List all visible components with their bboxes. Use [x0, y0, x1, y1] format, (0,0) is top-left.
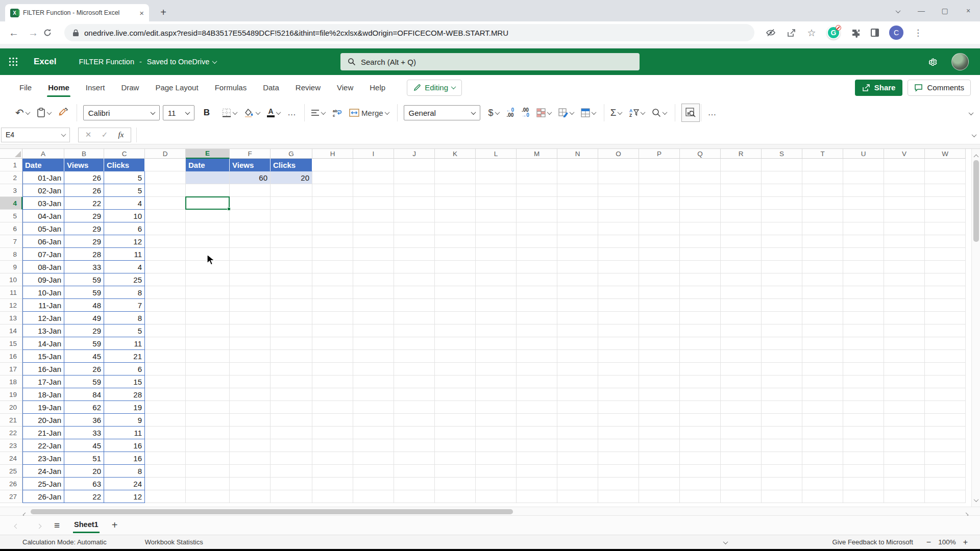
cell-W24[interactable] [925, 452, 966, 465]
column-header-E[interactable]: E [186, 149, 230, 159]
paste-button[interactable] [37, 108, 51, 118]
cell-V16[interactable] [884, 350, 925, 363]
cell-H26[interactable] [312, 478, 353, 490]
cell-B19[interactable]: 84 [64, 388, 104, 401]
cell-J20[interactable] [394, 401, 435, 414]
add-sheet-button[interactable]: + [112, 519, 118, 531]
cell-K22[interactable] [435, 427, 476, 439]
cell-L8[interactable] [476, 248, 517, 261]
cell-Q10[interactable] [680, 273, 721, 286]
row-header-22[interactable]: 22 [0, 427, 22, 439]
insert-function-icon[interactable]: fx [113, 131, 129, 139]
cell-B17[interactable]: 26 [64, 363, 104, 375]
cell-M21[interactable] [517, 414, 557, 427]
cell-U13[interactable] [843, 312, 884, 324]
cell-F9[interactable] [230, 261, 271, 273]
cell-R18[interactable] [721, 375, 762, 388]
cell-K11[interactable] [435, 286, 476, 299]
zoom-level[interactable]: 100% [938, 538, 956, 546]
select-all-corner[interactable] [0, 149, 22, 159]
cell-S21[interactable] [762, 414, 802, 427]
cell-T25[interactable] [802, 465, 843, 478]
cell-K10[interactable] [435, 273, 476, 286]
cell-A15[interactable]: 14-Jan [22, 337, 64, 350]
cell-O11[interactable] [598, 286, 639, 299]
cell-Q13[interactable] [680, 312, 721, 324]
cell-E23[interactable] [186, 439, 230, 452]
cell-G13[interactable] [271, 312, 312, 324]
cell-K5[interactable] [435, 210, 476, 222]
cell-T13[interactable] [802, 312, 843, 324]
all-sheets-hamburger-icon[interactable]: ≡ [54, 520, 60, 531]
cell-G26[interactable] [271, 478, 312, 490]
cell-C8[interactable]: 11 [104, 248, 145, 261]
insert-table-button[interactable] [581, 108, 596, 117]
cell-I2[interactable] [353, 171, 394, 184]
column-header-K[interactable]: K [435, 149, 476, 159]
cell-T11[interactable] [802, 286, 843, 299]
merge-button[interactable]: Merge [349, 109, 389, 117]
cell-C1[interactable]: Clicks [104, 159, 145, 171]
column-header-F[interactable]: F [230, 149, 271, 159]
cell-D5[interactable] [145, 210, 186, 222]
cell-N9[interactable] [557, 261, 598, 273]
cell-O19[interactable] [598, 388, 639, 401]
cell-N5[interactable] [557, 210, 598, 222]
cell-L3[interactable] [476, 184, 517, 197]
cell-N21[interactable] [557, 414, 598, 427]
cell-D7[interactable] [145, 235, 186, 248]
cell-D24[interactable] [145, 452, 186, 465]
column-header-H[interactable]: H [312, 149, 353, 159]
cell-G3[interactable] [271, 184, 312, 197]
cell-G5[interactable] [271, 210, 312, 222]
search-box[interactable]: Search (Alt + Q) [340, 53, 640, 70]
cell-K1[interactable] [435, 159, 476, 171]
cell-V26[interactable] [884, 478, 925, 490]
cell-J23[interactable] [394, 439, 435, 452]
cell-L6[interactable] [476, 222, 517, 235]
cell-A25[interactable]: 24-Jan [22, 465, 64, 478]
cell-G27[interactable] [271, 490, 312, 503]
formula-bar-expand-chevron[interactable] [972, 130, 976, 139]
cell-M10[interactable] [517, 273, 557, 286]
cell-I1[interactable] [353, 159, 394, 171]
cell-V8[interactable] [884, 248, 925, 261]
cell-W1[interactable] [925, 159, 966, 171]
cell-T3[interactable] [802, 184, 843, 197]
account-avatar[interactable] [951, 53, 969, 70]
cell-I5[interactable] [353, 210, 394, 222]
cell-U6[interactable] [843, 222, 884, 235]
cell-J12[interactable] [394, 299, 435, 312]
cell-D3[interactable] [145, 184, 186, 197]
name-box[interactable]: E4 [1, 128, 70, 142]
cell-D26[interactable] [145, 478, 186, 490]
cell-R20[interactable] [721, 401, 762, 414]
cell-L22[interactable] [476, 427, 517, 439]
cell-F2[interactable]: 60 [230, 171, 271, 184]
cell-K3[interactable] [435, 184, 476, 197]
cell-W15[interactable] [925, 337, 966, 350]
cell-K8[interactable] [435, 248, 476, 261]
cell-K19[interactable] [435, 388, 476, 401]
cell-O12[interactable] [598, 299, 639, 312]
cell-P12[interactable] [639, 299, 680, 312]
cell-M5[interactable] [517, 210, 557, 222]
cell-V21[interactable] [884, 414, 925, 427]
cell-R3[interactable] [721, 184, 762, 197]
cell-R17[interactable] [721, 363, 762, 375]
cell-H25[interactable] [312, 465, 353, 478]
cell-B13[interactable]: 49 [64, 312, 104, 324]
bookmark-star-icon[interactable]: ☆ [806, 28, 817, 38]
cell-M20[interactable] [517, 401, 557, 414]
cell-M12[interactable] [517, 299, 557, 312]
cell-E25[interactable] [186, 465, 230, 478]
cell-U19[interactable] [843, 388, 884, 401]
menu-tab-help[interactable]: Help [361, 75, 394, 100]
cell-I26[interactable] [353, 478, 394, 490]
cell-A14[interactable]: 13-Jan [22, 324, 64, 337]
cell-M11[interactable] [517, 286, 557, 299]
cell-R12[interactable] [721, 299, 762, 312]
cell-F19[interactable] [230, 388, 271, 401]
cell-O17[interactable] [598, 363, 639, 375]
cell-E19[interactable] [186, 388, 230, 401]
